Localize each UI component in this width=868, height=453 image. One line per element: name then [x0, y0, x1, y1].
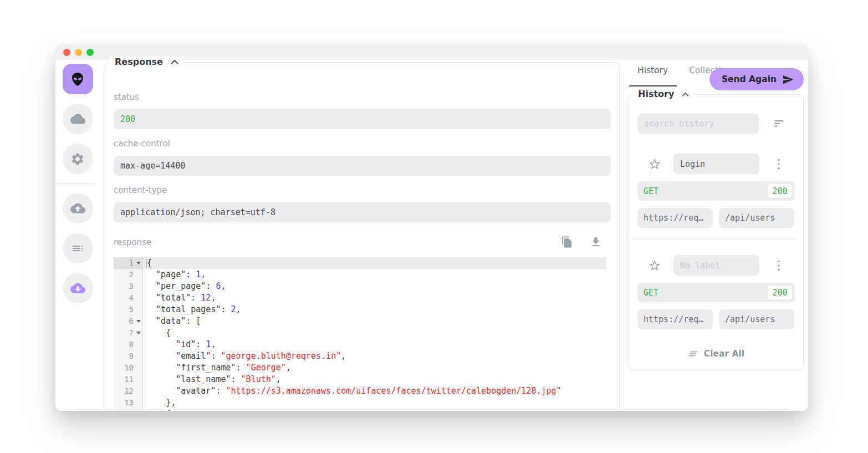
editor-line-9[interactable]: 9 "email": "george.bluth@reqres.in", — [114, 350, 606, 362]
text-cursor — [146, 259, 146, 268]
editor-gutter: 10 — [114, 362, 143, 374]
editor-line-5[interactable]: 5 "total_pages": 2, — [114, 304, 606, 315]
editor-line-1[interactable]: 1{ — [114, 257, 606, 269]
tab-history[interactable]: History — [637, 65, 668, 79]
editor-gutter: 14 — [114, 409, 143, 411]
search-history-input[interactable] — [637, 114, 759, 134]
sidebar-divider — [55, 184, 95, 184]
list-icon — [71, 242, 84, 255]
method-badge: GET — [644, 288, 658, 298]
cloud-download-icon — [70, 281, 85, 296]
editor-gutter: 11 — [114, 374, 143, 385]
right-panel: History Collections Send Again History — [624, 60, 808, 411]
sidebar-item-download[interactable] — [63, 273, 93, 303]
copy-response-button[interactable] — [561, 236, 573, 248]
response-panel-header: Response — [110, 57, 183, 67]
download-icon — [590, 236, 602, 248]
sort-history-button[interactable] — [773, 119, 785, 129]
sidebar — [55, 60, 100, 411]
maximize-window-button[interactable] — [86, 49, 94, 56]
alien-icon — [69, 71, 86, 88]
editor-line-12[interactable]: 12 "avatar": "https://s3.amazonaws.com/u… — [114, 385, 606, 397]
editor-line-4[interactable]: 4 "total": 12, — [114, 292, 606, 304]
history-url-row: https://req… /api/users — [637, 309, 794, 329]
favorite-star-icon[interactable] — [648, 259, 661, 272]
editor-line-3[interactable]: 3 "per_page": 6, — [114, 281, 606, 292]
editor-gutter: 4 — [114, 292, 143, 304]
status-value: 200 — [114, 109, 611, 129]
editor-line-11[interactable]: 11 "last_name": "Bluth", — [114, 374, 606, 385]
item-menu-button[interactable] — [777, 158, 781, 170]
editor-gutter: 8 — [114, 339, 143, 350]
more-vert-icon — [777, 158, 781, 170]
clear-all-button[interactable]: Clear All — [637, 348, 794, 359]
collapse-response-icon[interactable] — [171, 59, 178, 64]
url-base[interactable]: https://req… — [637, 309, 713, 329]
cloud-icon — [70, 111, 85, 126]
editor-gutter: 12 — [114, 385, 143, 397]
fold-toggle-icon[interactable] — [136, 262, 141, 264]
sidebar-item-requests[interactable] — [63, 233, 93, 263]
send-again-button[interactable]: Send Again — [709, 68, 804, 90]
item-menu-button[interactable] — [777, 259, 781, 272]
content-type-value: application/json; charset=utf-8 — [114, 202, 611, 222]
editor-line-14[interactable]: 14 { — [114, 409, 606, 411]
history-items-divider — [633, 239, 797, 240]
history-label-input[interactable] — [673, 255, 759, 276]
editor-line-7[interactable]: 7 { — [114, 327, 606, 339]
editor-gutter: 7 — [114, 327, 143, 339]
content-type-label: content-type — [114, 185, 611, 195]
editor-line-8[interactable]: 8 "id": 1, — [114, 339, 606, 350]
method-badge: GET — [644, 186, 658, 196]
editor-gutter: 13 — [114, 397, 143, 409]
sort-icon — [773, 119, 785, 129]
copy-icon — [561, 236, 573, 248]
close-window-button[interactable] — [63, 49, 70, 56]
history-section-header: History — [633, 89, 694, 99]
editor-line-6[interactable]: 6 "data": [ — [114, 315, 606, 327]
favorite-star-icon[interactable] — [648, 157, 661, 171]
collapse-history-icon[interactable] — [682, 92, 689, 96]
editor-line-10[interactable]: 10 "first_name": "George", — [114, 362, 606, 374]
editor-gutter: 9 — [114, 350, 143, 362]
clear-all-icon — [687, 348, 698, 359]
response-panel: Response status 200 cache-control max-ag… — [105, 62, 620, 411]
status-badge: 200 — [768, 286, 792, 299]
minimize-window-button[interactable] — [75, 49, 82, 56]
editor-line-2[interactable]: 2 "page": 1, — [114, 269, 606, 281]
history-label-input[interactable] — [673, 154, 759, 174]
response-body-label: response — [114, 237, 151, 247]
response-panel-title: Response — [115, 57, 163, 67]
send-again-label: Send Again — [722, 74, 777, 84]
sidebar-item-cloud[interactable] — [63, 104, 93, 134]
url-path[interactable]: /api/users — [719, 208, 794, 228]
app-window: Response status 200 cache-control max-ag… — [55, 44, 808, 411]
status-label: status — [114, 92, 611, 102]
editor-gutter: 6 — [114, 315, 143, 327]
editor-gutter: 2 — [114, 269, 143, 281]
editor-gutter: 1 — [114, 257, 143, 269]
clear-all-label: Clear All — [704, 349, 744, 359]
editor-gutter: 5 — [114, 304, 143, 315]
url-base[interactable]: https://req… — [637, 208, 713, 228]
send-icon — [782, 74, 794, 85]
sidebar-item-settings[interactable] — [63, 144, 93, 174]
history-method-row[interactable]: GET 200 — [637, 181, 795, 201]
editor-gutter: 3 — [114, 281, 143, 292]
history-section: History — [628, 94, 804, 370]
cloud-upload-icon — [70, 201, 85, 216]
download-response-button[interactable] — [590, 236, 602, 248]
fold-toggle-icon[interactable] — [136, 332, 141, 334]
sidebar-item-upload[interactable] — [63, 193, 93, 223]
cache-control-label: cache-control — [114, 139, 611, 149]
sidebar-item-home[interactable] — [63, 64, 93, 94]
editor-line-13[interactable]: 13 }, — [114, 397, 606, 409]
url-path[interactable]: /api/users — [719, 309, 794, 329]
more-vert-icon — [777, 259, 781, 272]
status-badge: 200 — [768, 184, 792, 198]
gear-icon — [70, 152, 85, 166]
history-item-2 — [637, 255, 794, 276]
history-method-row[interactable]: GET 200 — [637, 283, 795, 302]
response-code-editor[interactable]: 1{2 "page": 1,3 "per_page": 6,4 "total":… — [114, 257, 606, 411]
fold-toggle-icon[interactable] — [136, 320, 141, 323]
